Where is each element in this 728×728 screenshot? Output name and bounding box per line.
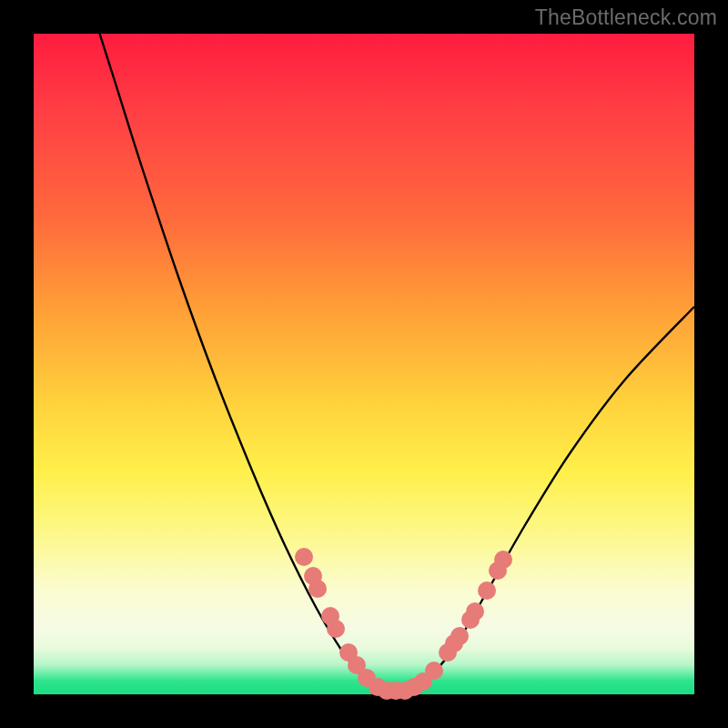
curve-marker: [308, 580, 327, 598]
curve-marker: [478, 581, 496, 600]
curve-marker: [295, 548, 313, 566]
curve-marker: [494, 551, 512, 569]
curve-marker: [327, 620, 345, 638]
bottleneck-curve-path: [91, 6, 694, 692]
chart-frame: TheBottleneck.com: [0, 0, 728, 728]
bottleneck-curve-svg: [34, 34, 694, 694]
watermark-text: TheBottleneck.com: [535, 5, 717, 30]
curve-marker: [466, 602, 484, 621]
chart-plot-area: [34, 34, 694, 694]
curve-marker: [425, 662, 443, 680]
marker-group: [295, 548, 512, 700]
curve-marker: [450, 627, 469, 645]
